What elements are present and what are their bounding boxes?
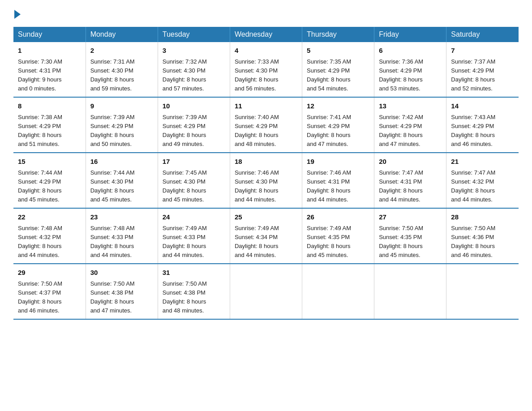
day-number: 20 bbox=[379, 157, 442, 167]
day-number: 6 bbox=[379, 46, 442, 56]
calendar-cell: 3Sunrise: 7:32 AMSunset: 4:30 PMDaylight… bbox=[158, 42, 230, 97]
logo bbox=[13, 9, 21, 18]
day-header-tuesday: Tuesday bbox=[158, 27, 230, 42]
day-info: Sunrise: 7:49 AMSunset: 4:34 PMDaylight:… bbox=[235, 224, 297, 260]
calendar-cell bbox=[302, 264, 374, 319]
calendar-cell: 10Sunrise: 7:39 AMSunset: 4:29 PMDayligh… bbox=[158, 97, 230, 153]
calendar-cell: 2Sunrise: 7:31 AMSunset: 4:30 PMDaylight… bbox=[86, 42, 158, 97]
day-info: Sunrise: 7:41 AMSunset: 4:29 PMDaylight:… bbox=[307, 113, 369, 149]
calendar-cell: 17Sunrise: 7:45 AMSunset: 4:30 PMDayligh… bbox=[158, 153, 230, 208]
day-info: Sunrise: 7:39 AMSunset: 4:29 PMDaylight:… bbox=[90, 113, 153, 149]
calendar-week-row: 8Sunrise: 7:38 AMSunset: 4:29 PMDaylight… bbox=[13, 97, 519, 153]
day-number: 16 bbox=[90, 157, 153, 167]
day-number: 21 bbox=[451, 157, 514, 167]
day-info: Sunrise: 7:44 AMSunset: 4:30 PMDaylight:… bbox=[90, 168, 153, 205]
calendar-header-row: SundayMondayTuesdayWednesdayThursdayFrid… bbox=[13, 27, 519, 42]
day-info: Sunrise: 7:48 AMSunset: 4:33 PMDaylight:… bbox=[90, 224, 153, 260]
day-header-wednesday: Wednesday bbox=[230, 27, 302, 42]
day-number: 23 bbox=[90, 212, 153, 223]
day-header-thursday: Thursday bbox=[302, 27, 374, 42]
day-info: Sunrise: 7:35 AMSunset: 4:29 PMDaylight:… bbox=[307, 57, 369, 94]
day-number: 9 bbox=[90, 101, 153, 111]
day-number: 30 bbox=[90, 268, 153, 278]
day-number: 2 bbox=[90, 46, 153, 56]
day-info: Sunrise: 7:47 AMSunset: 4:31 PMDaylight:… bbox=[379, 168, 442, 205]
calendar-week-row: 22Sunrise: 7:48 AMSunset: 4:32 PMDayligh… bbox=[13, 208, 519, 264]
day-number: 3 bbox=[163, 46, 225, 56]
calendar-cell: 11Sunrise: 7:40 AMSunset: 4:29 PMDayligh… bbox=[230, 97, 302, 153]
calendar-cell: 31Sunrise: 7:50 AMSunset: 4:38 PMDayligh… bbox=[158, 264, 230, 319]
day-number: 18 bbox=[235, 157, 297, 167]
calendar-cell: 21Sunrise: 7:47 AMSunset: 4:32 PMDayligh… bbox=[446, 153, 519, 208]
calendar-cell bbox=[446, 264, 519, 319]
calendar-cell: 4Sunrise: 7:33 AMSunset: 4:30 PMDaylight… bbox=[230, 42, 302, 97]
day-info: Sunrise: 7:30 AMSunset: 4:31 PMDaylight:… bbox=[18, 57, 81, 94]
calendar-cell: 28Sunrise: 7:50 AMSunset: 4:36 PMDayligh… bbox=[446, 208, 519, 264]
calendar-cell: 8Sunrise: 7:38 AMSunset: 4:29 PMDaylight… bbox=[13, 97, 86, 153]
calendar-cell: 9Sunrise: 7:39 AMSunset: 4:29 PMDaylight… bbox=[86, 97, 158, 153]
day-header-sunday: Sunday bbox=[13, 27, 86, 42]
day-header-monday: Monday bbox=[86, 27, 158, 42]
calendar-cell: 23Sunrise: 7:48 AMSunset: 4:33 PMDayligh… bbox=[86, 208, 158, 264]
day-number: 27 bbox=[379, 212, 442, 223]
day-number: 24 bbox=[163, 212, 225, 223]
calendar-cell: 22Sunrise: 7:48 AMSunset: 4:32 PMDayligh… bbox=[13, 208, 86, 264]
day-info: Sunrise: 7:39 AMSunset: 4:29 PMDaylight:… bbox=[163, 113, 225, 149]
day-info: Sunrise: 7:48 AMSunset: 4:32 PMDaylight:… bbox=[18, 224, 81, 260]
day-info: Sunrise: 7:36 AMSunset: 4:29 PMDaylight:… bbox=[379, 57, 442, 94]
day-number: 19 bbox=[307, 157, 369, 167]
calendar-cell: 1Sunrise: 7:30 AMSunset: 4:31 PMDaylight… bbox=[13, 42, 86, 97]
calendar-cell: 16Sunrise: 7:44 AMSunset: 4:30 PMDayligh… bbox=[86, 153, 158, 208]
day-number: 25 bbox=[235, 212, 297, 223]
page-header bbox=[13, 9, 519, 18]
day-info: Sunrise: 7:50 AMSunset: 4:36 PMDaylight:… bbox=[451, 224, 514, 260]
calendar-cell: 7Sunrise: 7:37 AMSunset: 4:29 PMDaylight… bbox=[446, 42, 519, 97]
day-number: 8 bbox=[18, 101, 81, 111]
calendar-cell: 19Sunrise: 7:46 AMSunset: 4:31 PMDayligh… bbox=[302, 153, 374, 208]
day-info: Sunrise: 7:50 AMSunset: 4:37 PMDaylight:… bbox=[18, 279, 81, 316]
calendar-cell: 25Sunrise: 7:49 AMSunset: 4:34 PMDayligh… bbox=[230, 208, 302, 264]
day-info: Sunrise: 7:49 AMSunset: 4:33 PMDaylight:… bbox=[163, 224, 225, 260]
day-number: 13 bbox=[379, 101, 442, 111]
day-number: 22 bbox=[18, 212, 81, 223]
day-info: Sunrise: 7:40 AMSunset: 4:29 PMDaylight:… bbox=[235, 113, 297, 149]
day-number: 7 bbox=[451, 46, 514, 56]
day-info: Sunrise: 7:50 AMSunset: 4:38 PMDaylight:… bbox=[163, 279, 225, 316]
day-info: Sunrise: 7:44 AMSunset: 4:29 PMDaylight:… bbox=[18, 168, 81, 205]
calendar-cell: 6Sunrise: 7:36 AMSunset: 4:29 PMDaylight… bbox=[374, 42, 446, 97]
day-number: 11 bbox=[235, 101, 297, 111]
day-header-friday: Friday bbox=[374, 27, 446, 42]
day-header-saturday: Saturday bbox=[446, 27, 519, 42]
calendar-cell bbox=[374, 264, 446, 319]
day-info: Sunrise: 7:46 AMSunset: 4:30 PMDaylight:… bbox=[235, 168, 297, 205]
calendar-cell: 27Sunrise: 7:50 AMSunset: 4:35 PMDayligh… bbox=[374, 208, 446, 264]
day-info: Sunrise: 7:46 AMSunset: 4:31 PMDaylight:… bbox=[307, 168, 369, 205]
day-info: Sunrise: 7:43 AMSunset: 4:29 PMDaylight:… bbox=[451, 113, 514, 149]
calendar-week-row: 1Sunrise: 7:30 AMSunset: 4:31 PMDaylight… bbox=[13, 42, 519, 97]
day-info: Sunrise: 7:32 AMSunset: 4:30 PMDaylight:… bbox=[163, 57, 225, 94]
calendar-cell: 13Sunrise: 7:42 AMSunset: 4:29 PMDayligh… bbox=[374, 97, 446, 153]
day-info: Sunrise: 7:37 AMSunset: 4:29 PMDaylight:… bbox=[451, 57, 514, 94]
calendar-week-row: 15Sunrise: 7:44 AMSunset: 4:29 PMDayligh… bbox=[13, 153, 519, 208]
day-info: Sunrise: 7:33 AMSunset: 4:30 PMDaylight:… bbox=[235, 57, 297, 94]
day-info: Sunrise: 7:50 AMSunset: 4:35 PMDaylight:… bbox=[379, 224, 442, 260]
calendar-cell bbox=[230, 264, 302, 319]
calendar-cell: 30Sunrise: 7:50 AMSunset: 4:38 PMDayligh… bbox=[86, 264, 158, 319]
calendar-cell: 24Sunrise: 7:49 AMSunset: 4:33 PMDayligh… bbox=[158, 208, 230, 264]
day-number: 12 bbox=[307, 101, 369, 111]
day-number: 26 bbox=[307, 212, 369, 223]
day-info: Sunrise: 7:45 AMSunset: 4:30 PMDaylight:… bbox=[163, 168, 225, 205]
day-number: 14 bbox=[451, 101, 514, 111]
calendar-table: SundayMondayTuesdayWednesdayThursdayFrid… bbox=[13, 27, 519, 320]
calendar-week-row: 29Sunrise: 7:50 AMSunset: 4:37 PMDayligh… bbox=[13, 264, 519, 319]
calendar-cell: 14Sunrise: 7:43 AMSunset: 4:29 PMDayligh… bbox=[446, 97, 519, 153]
day-info: Sunrise: 7:42 AMSunset: 4:29 PMDaylight:… bbox=[379, 113, 442, 149]
day-info: Sunrise: 7:50 AMSunset: 4:38 PMDaylight:… bbox=[90, 279, 153, 316]
day-number: 31 bbox=[163, 268, 225, 278]
day-info: Sunrise: 7:31 AMSunset: 4:30 PMDaylight:… bbox=[90, 57, 153, 94]
day-info: Sunrise: 7:38 AMSunset: 4:29 PMDaylight:… bbox=[18, 113, 81, 149]
day-number: 17 bbox=[163, 157, 225, 167]
calendar-cell: 29Sunrise: 7:50 AMSunset: 4:37 PMDayligh… bbox=[13, 264, 86, 319]
day-number: 4 bbox=[235, 46, 297, 56]
day-number: 15 bbox=[18, 157, 81, 167]
